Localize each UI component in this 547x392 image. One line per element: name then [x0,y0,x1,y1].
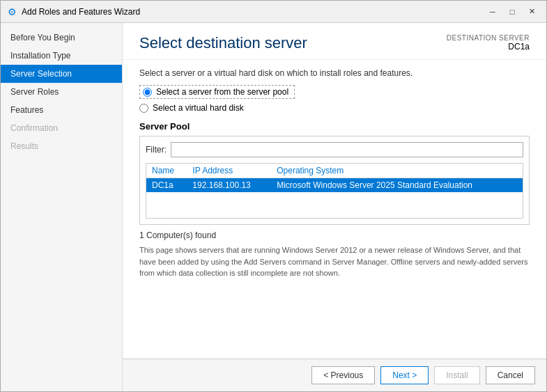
sidebar-item-server-selection[interactable]: Server Selection [1,65,122,83]
app-icon: ⚙ [6,6,17,17]
footer: < Previous Next > Install Cancel [123,359,546,391]
filter-row: Filter: [146,142,523,157]
cell-ip: 192.168.100.13 [187,178,271,193]
sidebar-item-installation-type[interactable]: Installation Type [1,47,122,65]
radio-vhd[interactable] [139,104,148,113]
next-button[interactable]: Next > [380,366,429,384]
cell-os: Microsoft Windows Server 2025 Standard E… [271,178,523,193]
cancel-button[interactable]: Cancel [486,366,535,384]
window-title: Add Roles and Features Wizard [22,7,484,17]
table-body: DC1a 192.168.100.13 Microsoft Windows Se… [146,178,523,193]
radio-group: Select a server from the server pool Sel… [139,85,530,113]
minimize-button[interactable]: ─ [484,5,502,19]
content-area: Before You Begin Installation Type Serve… [1,23,546,391]
table-header: Name IP Address Operating System [146,164,523,178]
sidebar-item-confirmation: Confirmation [1,119,122,137]
sidebar: Before You Begin Installation Type Serve… [1,23,123,391]
sidebar-item-before-you-begin[interactable]: Before You Begin [1,29,122,47]
radio-option-vhd[interactable]: Select a virtual hard disk [139,103,530,113]
server-pool-box: Filter: Name IP Address Operating System [139,136,530,225]
sidebar-item-results: Results [1,137,122,155]
sidebar-item-server-roles[interactable]: Server Roles [1,83,122,101]
col-header-ip[interactable]: IP Address [187,164,271,178]
main-header: Select destination server DESTINATION SE… [123,23,546,60]
filter-input[interactable] [171,142,523,157]
window-controls: ─ □ ✕ [484,5,541,19]
previous-button[interactable]: < Previous [311,366,375,384]
cell-name: DC1a [146,178,187,193]
install-button[interactable]: Install [434,366,479,384]
col-header-name[interactable]: Name [146,164,187,178]
destination-value: DC1a [447,42,530,52]
radio-option-server-pool[interactable]: Select a server from the server pool [139,85,530,99]
filter-label: Filter: [146,145,167,155]
page-title: Select destination server [139,34,307,52]
main-panel: Select destination server DESTINATION SE… [123,23,546,391]
server-table: Name IP Address Operating System DC1a 19… [146,164,523,192]
maximize-button[interactable]: □ [503,5,521,19]
main-window: ⚙ Add Roles and Features Wizard ─ □ ✕ Be… [0,0,547,392]
radio-server-pool[interactable] [143,88,152,97]
table-row[interactable]: DC1a 192.168.100.13 Microsoft Windows Se… [146,178,523,193]
server-table-area: Name IP Address Operating System DC1a 19… [146,163,523,219]
main-body: Select a server or a virtual hard disk o… [123,60,546,359]
titlebar: ⚙ Add Roles and Features Wizard ─ □ ✕ [1,1,546,23]
radio-vhd-label: Select a virtual hard disk [153,103,244,113]
info-text: This page shows servers that are running… [139,244,530,279]
destination-label: DESTINATION SERVER [447,34,530,42]
close-button[interactable]: ✕ [523,5,541,19]
server-pool-title: Server Pool [139,121,530,132]
destination-server-info: DESTINATION SERVER DC1a [447,34,530,52]
computer-count: 1 Computer(s) found [139,230,530,240]
radio-server-pool-label: Select a server from the server pool [156,87,288,97]
sidebar-item-features[interactable]: Features [1,101,122,119]
instruction-text: Select a server or a virtual hard disk o… [139,68,530,78]
col-header-os[interactable]: Operating System [271,164,523,178]
